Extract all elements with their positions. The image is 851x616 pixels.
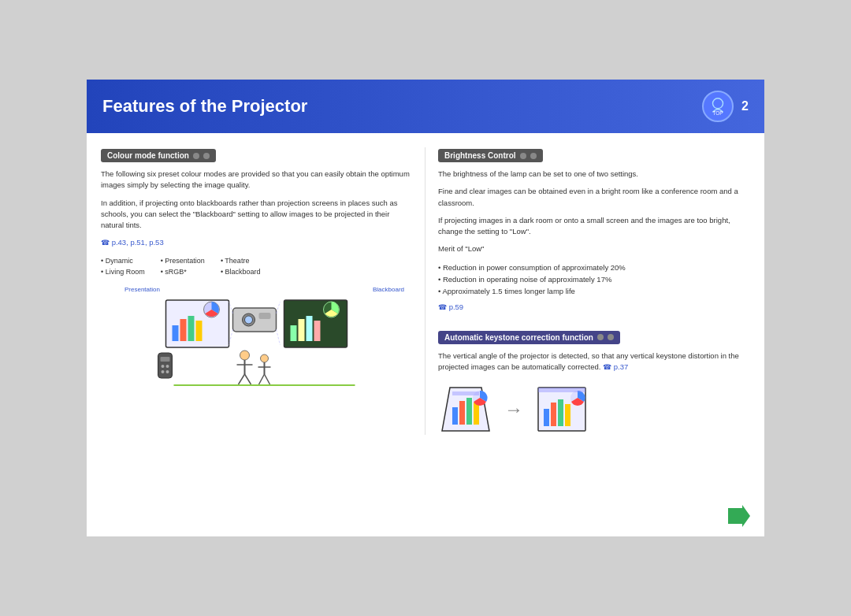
- svg-line-32: [245, 374, 251, 384]
- page-header: Features of the Projector TOP 2: [87, 80, 764, 133]
- svg-point-26: [162, 370, 165, 373]
- svg-line-37: [265, 374, 270, 384]
- svg-rect-53: [538, 388, 585, 392]
- brightness-body1: The brightness of the lamp can be set to…: [438, 169, 750, 180]
- dot2: [203, 153, 210, 159]
- svg-rect-48: [544, 409, 549, 426]
- svg-rect-42: [459, 401, 465, 425]
- top-icon[interactable]: TOP: [702, 91, 734, 122]
- colour-link-row: ☎ p.43, p.51, p.53: [101, 237, 412, 249]
- mode-col-1: • Dynamic • Living Room: [101, 255, 145, 278]
- mode-livingroom: • Living Room: [101, 266, 145, 277]
- page-number: 2: [741, 99, 749, 113]
- svg-line-20: [277, 302, 281, 314]
- mode-presentation: • Presentation: [161, 255, 205, 266]
- arrow-icon: →: [504, 399, 523, 421]
- dot4: [530, 153, 537, 159]
- mode-theatre: • Theatre: [221, 255, 261, 266]
- keystone-title: Automatic keystone correction function: [438, 331, 620, 344]
- colour-mode-title: Colour mode function: [101, 149, 216, 162]
- colour-illustration: Presentation Blackboard: [101, 286, 412, 388]
- svg-point-33: [261, 354, 269, 362]
- dot1: [193, 153, 199, 159]
- svg-rect-17: [259, 313, 271, 319]
- svg-line-31: [239, 374, 245, 384]
- mode-list: • Dynamic • Living Room • Presentation •…: [101, 255, 412, 278]
- svg-text:TOP: TOP: [712, 110, 723, 116]
- svg-point-0: [713, 98, 723, 109]
- bullet-1: Reduction in power consumption of approx…: [438, 262, 750, 273]
- svg-rect-6: [196, 321, 203, 341]
- brightness-title: Brightness Control: [438, 149, 543, 162]
- svg-rect-3: [173, 325, 179, 341]
- page-container: Features of the Projector TOP 2 Colour m…: [87, 80, 764, 536]
- brightness-link-row: ☎ p.59: [438, 302, 750, 314]
- svg-rect-10: [299, 319, 305, 341]
- dot6: [608, 334, 614, 340]
- svg-point-16: [245, 316, 253, 324]
- svg-line-21: [277, 329, 281, 345]
- svg-rect-9: [291, 325, 297, 341]
- svg-rect-50: [558, 399, 563, 426]
- left-column: Colour mode function The following six p…: [101, 147, 426, 435]
- keystone-link[interactable]: p.37: [614, 362, 629, 371]
- svg-rect-4: [180, 319, 187, 341]
- dot3: [520, 153, 526, 159]
- svg-rect-44: [474, 403, 479, 425]
- svg-point-24: [162, 365, 165, 368]
- svg-line-36: [259, 374, 265, 384]
- brightness-link[interactable]: p.59: [449, 302, 464, 311]
- keystone-after-svg: [534, 384, 589, 435]
- svg-rect-41: [452, 407, 458, 425]
- footer-nav: [728, 505, 750, 527]
- bullet-3: Approximately 1.5 times longer lamp life: [438, 285, 750, 297]
- svg-point-28: [240, 351, 250, 360]
- svg-rect-23: [161, 357, 170, 362]
- svg-rect-43: [466, 398, 472, 425]
- bullet-2: Reduction in operating noise of approxim…: [438, 273, 750, 285]
- dot5: [597, 334, 604, 340]
- colour-link[interactable]: p.43, p.51, p.53: [112, 238, 164, 247]
- mode-srgb: • sRGB*: [161, 266, 205, 277]
- svg-marker-54: [728, 505, 750, 527]
- right-column: Brightness Control The brightness of the…: [426, 147, 750, 435]
- mode-blackboard: • Blackboard: [221, 266, 261, 277]
- header-right: TOP 2: [702, 91, 749, 122]
- keystone-illustration: →: [438, 384, 750, 435]
- svg-rect-46: [452, 391, 479, 395]
- mode-dynamic: • Dynamic: [101, 255, 145, 266]
- svg-rect-51: [565, 404, 570, 426]
- svg-rect-22: [158, 353, 173, 378]
- mode-col-2: • Presentation • sRGB*: [161, 255, 205, 278]
- svg-rect-49: [551, 403, 556, 426]
- colour-mode-svg: Living Room: [101, 286, 412, 388]
- next-arrow-container[interactable]: [728, 505, 750, 527]
- keystone-before-svg: [438, 384, 493, 435]
- brightness-body3: If projecting images in a dark room or o…: [438, 215, 750, 238]
- main-content: Colour mode function The following six p…: [87, 133, 764, 449]
- svg-rect-11: [307, 316, 313, 341]
- colour-body2: In addition, if projecting onto blackboa…: [101, 198, 412, 232]
- svg-point-25: [166, 365, 169, 368]
- page-title: Features of the Projector: [102, 96, 307, 117]
- colour-body1: The following six preset colour modes ar…: [101, 169, 412, 191]
- next-arrow-icon[interactable]: [728, 505, 750, 527]
- svg-point-27: [166, 370, 169, 373]
- keystone-body: The vertical angle of the projector is d…: [438, 351, 750, 373]
- brightness-body2: Fine and clear images can be obtained ev…: [438, 186, 750, 209]
- brightness-bullets: Reduction in power consumption of approx…: [438, 262, 750, 298]
- brightness-merit: Merit of "Low": [438, 243, 750, 254]
- mode-col-3: • Theatre • Blackboard: [221, 255, 261, 278]
- svg-rect-5: [188, 316, 195, 341]
- home-icon: TOP: [708, 96, 728, 117]
- svg-rect-12: [314, 321, 321, 341]
